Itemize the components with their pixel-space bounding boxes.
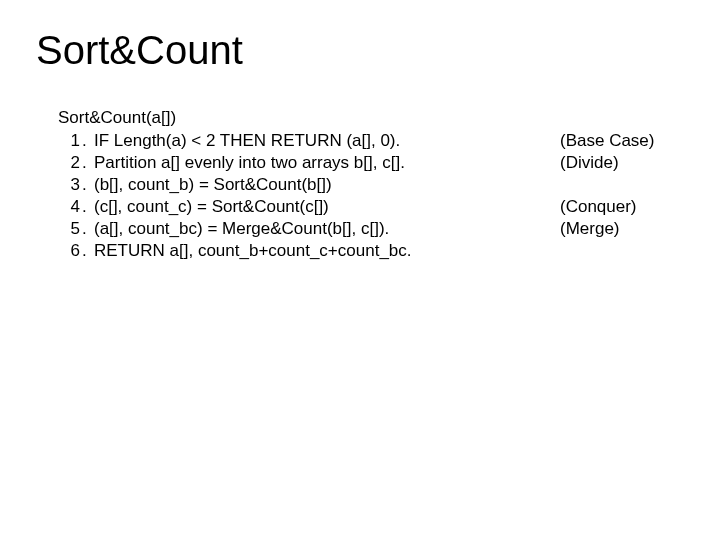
algo-line: 3 . (b[], count_b) = Sort&Count(b[]) [58, 174, 680, 196]
algorithm-body: Sort&Count(a[]) 1 . IF Length(a) < 2 THE… [58, 108, 680, 263]
algo-line: 2 . Partition a[] evenly into two arrays… [58, 152, 680, 174]
algo-line: 1 . IF Length(a) < 2 THEN RETURN (a[], 0… [58, 130, 680, 152]
function-header: Sort&Count(a[]) [58, 108, 680, 128]
algo-line: 4 . (c[], count_c) = Sort&Count(c[]) (Co… [58, 196, 680, 218]
line-annotation: (Conquer) [560, 196, 680, 218]
algo-line: 6 . RETURN a[], count_b+count_c+count_bc… [58, 240, 680, 262]
line-text: (b[], count_b) = Sort&Count(b[]) [94, 174, 560, 196]
line-dot: . [80, 152, 94, 174]
line-number: 3 [58, 174, 80, 196]
line-dot: . [80, 196, 94, 218]
line-number: 4 [58, 196, 80, 218]
line-text: (c[], count_c) = Sort&Count(c[]) [94, 196, 560, 218]
page-title: Sort&Count [36, 28, 243, 73]
line-dot: . [80, 218, 94, 240]
line-number: 1 [58, 130, 80, 152]
line-number: 6 [58, 240, 80, 262]
line-text: (a[], count_bc) = Merge&Count(b[], c[]). [94, 218, 560, 240]
line-number: 5 [58, 218, 80, 240]
line-number: 2 [58, 152, 80, 174]
line-dot: . [80, 174, 94, 196]
slide: Sort&Count Sort&Count(a[]) 1 . IF Length… [0, 0, 720, 540]
line-annotation: (Base Case) [560, 130, 680, 152]
line-text: IF Length(a) < 2 THEN RETURN (a[], 0). [94, 130, 560, 152]
line-text: RETURN a[], count_b+count_c+count_bc. [94, 240, 560, 262]
algo-line: 5 . (a[], count_bc) = Merge&Count(b[], c… [58, 218, 680, 240]
line-text: Partition a[] evenly into two arrays b[]… [94, 152, 560, 174]
line-annotation: (Merge) [560, 218, 680, 240]
line-dot: . [80, 240, 94, 262]
line-dot: . [80, 130, 94, 152]
line-annotation: (Divide) [560, 152, 680, 174]
